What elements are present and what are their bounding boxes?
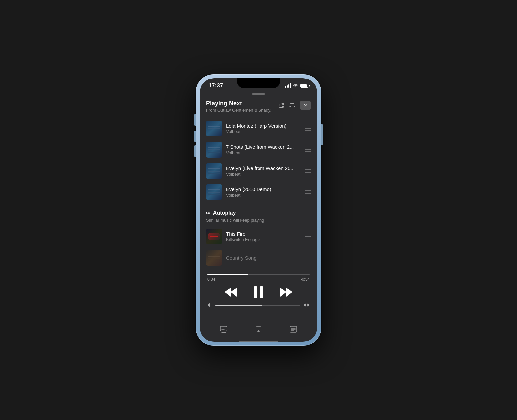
track-info: Evelyn (Live from Wacken 20... Volbeat — [226, 165, 301, 177]
list-item[interactable]: This Fire Killswitch Engage — [206, 226, 311, 247]
bottom-bar — [200, 321, 317, 339]
playing-next-header: Playing Next From Outlaw Gentlemen & Sha… — [206, 100, 311, 113]
track-info: Lola Montez (Harp Version) Volbeat — [226, 123, 301, 134]
track-info: This Fire Killswitch Engage — [226, 231, 301, 242]
phone-screen: 17:37 — [200, 78, 317, 342]
reorder-icon[interactable] — [305, 235, 311, 238]
list-item[interactable]: Evelyn (Live from Wacken 20... Volbeat — [206, 160, 311, 182]
track-artist: Volbeat — [226, 129, 301, 134]
progress-bar[interactable] — [207, 274, 310, 275]
track-artist: Volbeat — [226, 150, 301, 155]
infinity-button[interactable]: ∞ — [300, 101, 311, 110]
track-art — [206, 163, 222, 179]
svg-rect-2 — [254, 286, 257, 298]
header-controls: ∞ — [278, 101, 311, 110]
notch — [237, 78, 280, 88]
reorder-icon[interactable] — [305, 127, 311, 131]
repeat-button[interactable] — [289, 103, 296, 108]
track-info: Country Song — [226, 255, 311, 261]
svg-marker-1 — [225, 288, 231, 297]
track-art — [206, 142, 222, 158]
volume-low-icon — [207, 303, 212, 308]
autoplay-subtitle: Similar music will keep playing — [206, 218, 311, 223]
list-item[interactable]: Lola Montez (Harp Version) Volbeat — [206, 118, 311, 139]
track-info: 7 Shots (Live from Wacken 2... Volbeat — [226, 144, 301, 155]
track-art — [206, 121, 222, 136]
pause-button[interactable] — [254, 286, 263, 298]
autoplay-header: ∞ Autoplay — [206, 209, 311, 216]
airplay-button[interactable] — [252, 325, 265, 334]
track-artist: Volbeat — [226, 172, 301, 177]
phone-frame: 17:37 — [196, 74, 321, 346]
home-indicator — [239, 341, 278, 342]
time-remaining: -0:54 — [301, 277, 310, 282]
svg-rect-6 — [220, 326, 227, 331]
reorder-icon[interactable] — [305, 190, 311, 194]
track-name: Evelyn (Live from Wacken 20... — [226, 165, 301, 171]
playback-controls — [206, 283, 311, 301]
list-item[interactable]: 7 Shots (Live from Wacken 2... Volbeat — [206, 139, 311, 160]
track-art — [206, 229, 222, 244]
reorder-icon[interactable] — [305, 169, 311, 173]
shuffle-button[interactable] — [278, 103, 285, 108]
queue-button[interactable] — [286, 325, 300, 334]
content-area[interactable]: Playing Next From Outlaw Gentlemen & Sha… — [200, 91, 317, 321]
svg-marker-0 — [231, 288, 237, 297]
volume-bar[interactable] — [215, 305, 300, 306]
list-item[interactable]: Country Song — [206, 247, 311, 268]
rewind-button[interactable] — [225, 288, 237, 297]
battery-icon — [300, 84, 308, 88]
track-name: Lola Montez (Harp Version) — [226, 123, 301, 129]
track-art — [206, 250, 222, 266]
svg-marker-4 — [280, 288, 286, 297]
autoplay-section: ∞ Autoplay Similar music will keep playi… — [206, 209, 311, 268]
forward-button[interactable] — [280, 288, 292, 297]
track-name: This Fire — [226, 231, 301, 236]
volume-section — [206, 301, 311, 314]
list-item[interactable]: Evelyn (2010 Demo) Volbeat — [206, 182, 311, 203]
track-artist: Killswitch Engage — [226, 237, 301, 242]
wifi-icon — [293, 83, 298, 88]
progress-times: 0:34 -0:54 — [207, 277, 310, 282]
track-name: 7 Shots (Live from Wacken 2... — [226, 144, 301, 150]
header-text: Playing Next From Outlaw Gentlemen & Sha… — [206, 100, 274, 113]
reorder-icon[interactable] — [305, 148, 311, 152]
time-current: 0:34 — [207, 277, 215, 282]
queue-track-list: Lola Montez (Harp Version) Volbeat — [206, 118, 311, 203]
status-time: 17:37 — [209, 83, 223, 89]
lyrics-button[interactable] — [217, 325, 231, 334]
signal-icon — [285, 84, 291, 88]
track-name: Country Song — [226, 255, 311, 261]
autoplay-title: Autoplay — [213, 210, 236, 216]
drag-handle — [252, 93, 265, 95]
track-artist: Volbeat — [226, 193, 301, 198]
header-title: Playing Next — [206, 100, 274, 107]
header-subtitle: From Outlaw Gentlemen & Shady... — [206, 108, 274, 113]
progress-fill — [207, 274, 248, 275]
track-info: Evelyn (2010 Demo) Volbeat — [226, 186, 301, 198]
svg-marker-5 — [286, 288, 292, 297]
svg-rect-3 — [260, 286, 263, 298]
status-icons — [285, 83, 308, 88]
volume-fill — [215, 305, 262, 306]
volume-high-icon — [304, 303, 310, 308]
track-art — [206, 184, 222, 200]
track-name: Evelyn (2010 Demo) — [226, 186, 301, 192]
progress-section: 0:34 -0:54 — [206, 274, 311, 282]
